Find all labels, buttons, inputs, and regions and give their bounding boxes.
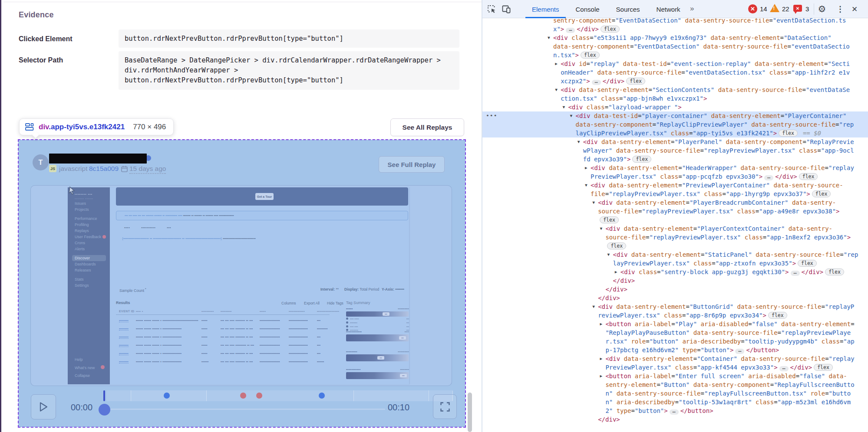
expand-arrow-open[interactable]: ▼ bbox=[585, 181, 591, 190]
replay-id-link[interactable]: 8c15a009 bbox=[89, 165, 119, 173]
devtools-node[interactable]: ▼<div data-sentry-element="ButtonGrid" d… bbox=[482, 302, 868, 320]
collapsed-content-ellipsis: … bbox=[735, 349, 744, 354]
code-token: "butto bbox=[829, 390, 851, 397]
tab-elements[interactable]: Elements bbox=[524, 0, 568, 18]
flex-badge[interactable]: flex bbox=[601, 26, 620, 33]
tab-console[interactable]: Console bbox=[568, 0, 608, 18]
expand-arrow-open[interactable]: ▼ bbox=[555, 85, 561, 94]
devtools-node[interactable]: ▶<button aria-label="Enter full screen" … bbox=[482, 372, 868, 415]
expand-arrow-open[interactable]: ▼ bbox=[607, 250, 613, 259]
console-error-badge-icon[interactable]: ✕ bbox=[748, 4, 757, 13]
devtools-node[interactable]: ▶<div data-sentry-element="Container" da… bbox=[482, 354, 868, 372]
page-scrollbar-thumb[interactable] bbox=[468, 393, 472, 432]
timeline-click-marker[interactable] bbox=[164, 393, 170, 399]
issues-badge-icon[interactable]: ✕ bbox=[793, 5, 802, 12]
mini-table-row: •••••••••••••• •••••• •••••• • •••••••••… bbox=[116, 325, 333, 333]
expand-arrow-open[interactable]: ▼ bbox=[548, 33, 553, 42]
flex-badge[interactable]: flex bbox=[799, 173, 818, 180]
timeline-error-marker[interactable] bbox=[256, 393, 262, 399]
see-all-replays-button[interactable]: See All Replays bbox=[390, 118, 464, 136]
flex-badge[interactable]: flex bbox=[812, 190, 831, 197]
play-button[interactable] bbox=[31, 394, 56, 419]
expand-arrow-open[interactable]: ▼ bbox=[592, 198, 598, 207]
mini-action-export-all: Export All bbox=[304, 301, 320, 305]
tab-sources[interactable]: Sources bbox=[608, 0, 648, 18]
mini-sidebar-item-projects: Projects bbox=[75, 207, 89, 212]
expand-arrow-open[interactable]: ▼ bbox=[592, 302, 598, 311]
flex-badge[interactable]: flex bbox=[798, 260, 817, 267]
code-token: = bbox=[778, 329, 781, 336]
devtools-node[interactable]: </div> bbox=[482, 285, 868, 294]
devtools-node[interactable]: ▶<div id="replay" data-test-id="event-se… bbox=[482, 59, 868, 85]
mini-tag-label: •••••••••••••••• bbox=[346, 307, 409, 310]
expand-arrow-closed[interactable]: ▶ bbox=[600, 372, 605, 380]
see-full-replay-button[interactable]: See Full Replay bbox=[379, 156, 445, 173]
devtools-close-button[interactable]: ✕ bbox=[849, 4, 860, 14]
expand-arrow-closed[interactable]: ▶ bbox=[585, 164, 591, 172]
devtools-node[interactable]: ▼<div data-sentry-element="PlayerContext… bbox=[482, 224, 868, 250]
flex-badge[interactable]: flex bbox=[779, 130, 798, 137]
devtools-settings-button[interactable]: ⚙ bbox=[817, 4, 827, 14]
expand-arrow-open[interactable]: ▼ bbox=[578, 137, 583, 146]
code-token: = bbox=[653, 121, 656, 128]
code-token: data-sentry- bbox=[789, 199, 836, 206]
expand-arrow-closed[interactable]: ▶ bbox=[600, 354, 605, 363]
inspect-element-button[interactable] bbox=[486, 4, 497, 14]
devtools-menu-button[interactable]: ⋮ bbox=[835, 4, 845, 14]
expand-arrow-closed[interactable]: ▶ bbox=[615, 268, 620, 276]
devtools-node[interactable]: </div> bbox=[482, 276, 868, 285]
tab-network[interactable]: Network bbox=[648, 0, 689, 18]
flex-badge[interactable]: flex bbox=[825, 268, 844, 275]
devtools-node[interactable]: ▼<div data-sentry-element="SectionConten… bbox=[482, 85, 868, 103]
flex-badge[interactable]: flex bbox=[814, 364, 833, 371]
selected-row-more-icon[interactable]: ••• bbox=[486, 111, 497, 120]
timeline-error-marker[interactable] bbox=[240, 393, 246, 399]
code-token: <div bbox=[605, 225, 620, 232]
devtools-node[interactable]: ▼<div data-sentry-element="StaticPanel" … bbox=[482, 250, 868, 268]
inspect-overlay-tooltip: div.app-tyi5vs.e13fk2421 770 × 496 bbox=[19, 118, 174, 135]
flex-badge[interactable]: flex bbox=[626, 78, 645, 85]
devtools-node[interactable]: ▼<div class="lazyload-wrapper "> bbox=[482, 103, 868, 111]
devtools-node[interactable]: ▼<div data-sentry-element="PlayerBreadcr… bbox=[482, 198, 868, 224]
devtools-node[interactable]: ▶<div data-sentry-element="HeaderWrapper… bbox=[482, 164, 868, 181]
fullscreen-button[interactable] bbox=[433, 394, 457, 419]
timeline-click-marker[interactable] bbox=[319, 393, 325, 399]
devtools-node[interactable]: sentry-component="EventDataSection" data… bbox=[482, 18, 868, 33]
devtools-node[interactable]: ▼<div data-sentry-element="PlayerPanel" … bbox=[482, 137, 868, 164]
device-toolbar-button[interactable] bbox=[501, 4, 512, 14]
mini-table-header-col: ••••• bbox=[260, 310, 266, 313]
mini-tab: •••••••••• bbox=[141, 226, 155, 229]
flex-badge[interactable]: flex bbox=[607, 242, 626, 249]
devtools-node-selected[interactable]: ▼•••<div data-test-id="player-container"… bbox=[482, 111, 868, 137]
mini-sidebar-badge-dot bbox=[101, 365, 105, 369]
devtools-node[interactable]: ▼<div class="e5t3s1i1 app-7hwyy9 e19x6ng… bbox=[482, 33, 868, 59]
expand-arrow-closed[interactable]: ▶ bbox=[600, 320, 605, 328]
devtools-node[interactable]: </div> bbox=[482, 294, 868, 302]
code-token: <div bbox=[576, 112, 591, 119]
flex-badge[interactable]: flex bbox=[632, 156, 651, 163]
expand-arrow-open[interactable]: ▼ bbox=[570, 111, 576, 120]
expand-arrow-closed[interactable]: ▶ bbox=[555, 59, 561, 68]
devtools-node[interactable]: ▶<button aria-label="Play" aria-disabled… bbox=[482, 320, 868, 354]
code-token: > bbox=[774, 364, 777, 371]
devtools-node[interactable]: ▼<div data-sentry-element="PreviewPlayer… bbox=[482, 181, 868, 198]
devtools-node[interactable]: </div> bbox=[482, 415, 868, 424]
mini-tag-legend-row: •••• •••••••• bbox=[346, 317, 409, 320]
flex-badge[interactable]: flex bbox=[768, 312, 787, 319]
flex-badge[interactable]: flex bbox=[600, 216, 619, 223]
code-token: "replay bbox=[828, 164, 854, 171]
scrubber-handle[interactable] bbox=[99, 404, 110, 416]
replay-age[interactable]: 15 days ago bbox=[129, 165, 166, 174]
code-token: "EventDataSection" bbox=[634, 43, 700, 50]
more-tabs-chevron[interactable]: » bbox=[690, 4, 693, 13]
code-token: class bbox=[741, 234, 763, 241]
devtools-node[interactable]: ▶<div class="sentry-block app-guzg3j egq… bbox=[482, 268, 868, 276]
scrubber-track[interactable] bbox=[110, 409, 385, 410]
code-token: r.tsx" bbox=[605, 338, 627, 345]
expand-arrow-open[interactable]: ▼ bbox=[562, 103, 568, 111]
timeline-ribbon[interactable] bbox=[106, 390, 453, 401]
mini-table-cell: ••••••••••••••••• bbox=[260, 360, 280, 363]
expand-arrow-open[interactable]: ▼ bbox=[600, 224, 605, 233]
flex-badge[interactable]: flex bbox=[581, 52, 600, 59]
console-warning-badge-icon[interactable]: ! bbox=[770, 4, 779, 12]
